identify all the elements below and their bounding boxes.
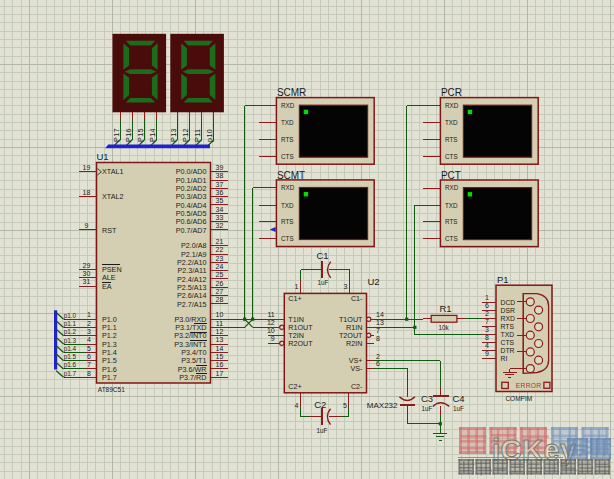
svg-text:1uF: 1uF: [421, 405, 432, 412]
svg-text:28: 28: [216, 296, 224, 303]
svg-text:1uF: 1uF: [453, 405, 464, 412]
svg-text:C1-: C1-: [351, 294, 363, 303]
svg-text:2: 2: [485, 310, 489, 317]
svg-text:U1: U1: [97, 151, 109, 162]
svg-text:P3.7/RD: P3.7/RD: [179, 373, 206, 382]
svg-text:1: 1: [485, 294, 489, 301]
svg-text:RTS: RTS: [445, 136, 457, 143]
svg-text:RXD: RXD: [281, 184, 295, 191]
svg-text:DCD: DCD: [501, 299, 516, 306]
svg-text:32: 32: [216, 222, 224, 229]
svg-text:CTS: CTS: [281, 235, 294, 242]
svg-text:36: 36: [216, 189, 224, 196]
svg-text:7: 7: [87, 361, 91, 368]
svg-text:C2: C2: [314, 399, 326, 410]
svg-text:22: 22: [216, 246, 224, 253]
svg-text:RI: RI: [501, 355, 508, 362]
svg-text:30: 30: [83, 270, 91, 277]
svg-text:P15: P15: [136, 128, 145, 142]
svg-text:RTS: RTS: [281, 136, 293, 143]
svg-text:39: 39: [216, 164, 224, 171]
svg-text:RTS: RTS: [501, 323, 515, 330]
svg-text:3: 3: [87, 328, 91, 335]
svg-text:23: 23: [216, 255, 224, 262]
svg-text:7: 7: [485, 318, 489, 325]
svg-text:P14: P14: [148, 128, 157, 142]
svg-text:P17: P17: [112, 128, 121, 142]
svg-text:RXD: RXD: [281, 102, 295, 109]
svg-text:7: 7: [376, 327, 380, 334]
svg-text:9: 9: [485, 350, 489, 357]
svg-text:11: 11: [216, 320, 223, 327]
svg-text:DTR: DTR: [501, 347, 515, 354]
svg-text:RXD: RXD: [501, 315, 515, 322]
svg-text:6: 6: [87, 353, 91, 360]
svg-text:37: 37: [216, 181, 224, 188]
svg-text:CTS: CTS: [501, 339, 515, 346]
svg-text:24: 24: [216, 263, 224, 270]
svg-text:8: 8: [376, 335, 380, 342]
svg-text:9: 9: [85, 222, 89, 229]
svg-text:8: 8: [485, 334, 489, 341]
svg-text:C1+: C1+: [288, 294, 301, 303]
svg-text:18: 18: [83, 189, 91, 196]
svg-text:12: 12: [267, 319, 275, 326]
svg-text:AT89C51: AT89C51: [98, 386, 125, 393]
svg-text:35: 35: [216, 197, 224, 204]
svg-text:R2OUT: R2OUT: [288, 339, 313, 348]
svg-text:6: 6: [376, 360, 380, 367]
svg-text:4: 4: [485, 342, 489, 349]
svg-text:1uF: 1uF: [317, 427, 328, 434]
svg-text:ERROR: ERROR: [516, 382, 542, 389]
svg-text:17: 17: [216, 370, 224, 377]
svg-text:14: 14: [376, 311, 384, 318]
svg-text:10: 10: [267, 327, 275, 334]
svg-text:29: 29: [83, 262, 91, 269]
svg-text:33: 33: [216, 214, 224, 221]
svg-text:P12: P12: [181, 128, 190, 142]
svg-text:p1.3: p1.3: [64, 337, 77, 345]
svg-text:DSR: DSR: [501, 307, 515, 314]
svg-text:p1.0: p1.0: [64, 312, 77, 320]
svg-text:3: 3: [485, 326, 489, 333]
svg-text:TXD: TXD: [281, 119, 294, 126]
svg-text:14: 14: [216, 345, 224, 352]
svg-text:TXD: TXD: [445, 119, 458, 126]
svg-text:5: 5: [87, 345, 91, 352]
svg-text:RST: RST: [102, 226, 117, 235]
svg-text:12: 12: [216, 328, 224, 335]
svg-text:8: 8: [87, 370, 91, 377]
svg-text:R2IN: R2IN: [346, 339, 362, 348]
svg-text:RXD: RXD: [445, 184, 459, 191]
svg-text:C3: C3: [421, 393, 433, 404]
svg-text:MAX232: MAX232: [367, 401, 398, 410]
svg-text:P0.7/AD7: P0.7/AD7: [176, 226, 207, 235]
svg-text:P11: P11: [193, 129, 202, 142]
svg-text:10: 10: [216, 311, 224, 318]
svg-text:C1: C1: [316, 250, 328, 261]
svg-text:4: 4: [87, 336, 91, 343]
svg-text:P13: P13: [169, 128, 178, 142]
svg-text:p1.2: p1.2: [64, 328, 77, 336]
svg-text:p10: p10: [205, 129, 214, 142]
svg-text:RTS: RTS: [445, 218, 457, 225]
svg-text:CTS: CTS: [281, 153, 294, 160]
svg-text:11: 11: [267, 311, 274, 318]
svg-text:3: 3: [343, 283, 347, 290]
svg-text:CTS: CTS: [445, 153, 458, 160]
svg-text:1: 1: [87, 311, 91, 318]
svg-text:p1.5: p1.5: [64, 353, 77, 361]
svg-text:9: 9: [271, 335, 275, 342]
svg-text:31: 31: [83, 278, 91, 285]
svg-text:6: 6: [485, 302, 489, 309]
svg-text:4: 4: [295, 402, 299, 409]
svg-text:p1.4: p1.4: [64, 345, 77, 353]
svg-text:P1: P1: [497, 274, 509, 285]
svg-text:34: 34: [216, 206, 224, 213]
svg-text:p1.7: p1.7: [64, 370, 77, 378]
svg-text:P16: P16: [124, 128, 133, 142]
svg-text:10k: 10k: [439, 324, 450, 331]
svg-text:38: 38: [216, 172, 224, 179]
svg-text:RXD: RXD: [445, 102, 459, 109]
svg-text:TXD: TXD: [281, 202, 294, 209]
